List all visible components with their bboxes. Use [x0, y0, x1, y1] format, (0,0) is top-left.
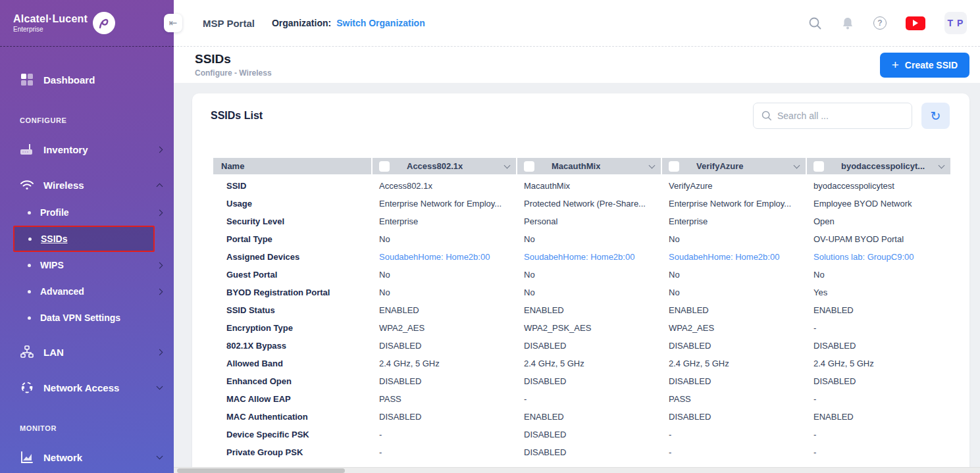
cell-value: ENABLED: [662, 305, 806, 315]
sidebar-item-ssids[interactable]: SSIDs: [13, 226, 155, 252]
bullet-icon: [28, 316, 31, 320]
create-ssid-label: Create SSID: [905, 60, 958, 70]
chevron-right-icon: [157, 349, 163, 355]
cell-value: -: [662, 447, 806, 457]
sidebar-item-lan[interactable]: LAN: [0, 337, 174, 366]
column-label: VerifyAzure: [696, 161, 744, 171]
cell-value: ENABLED: [807, 412, 950, 422]
youtube-icon[interactable]: [906, 16, 925, 30]
row-label: 802.1X Bypass: [213, 341, 371, 351]
app-window: Alcatel·Lucent Enterprise: [0, 0, 980, 473]
ssids-list-card: SSIDs List Name Access802.1x: [192, 93, 969, 473]
sidebar-collapse-button[interactable]: [164, 14, 182, 32]
assigned-device-link[interactable]: SoudabehHome: Home2b:00: [373, 252, 516, 262]
cell-value: Enterprise: [373, 216, 516, 226]
row-label: Private Group PSK: [213, 447, 371, 457]
table-row: Allowed Band 2.4 GHz, 5 GHz2.4 GHz, 5 GH…: [213, 355, 969, 372]
ssid-column-header[interactable]: byodaccesspolicyt...: [807, 158, 950, 174]
assigned-device-link[interactable]: SoudabehHome: Home2b:00: [517, 252, 661, 262]
sidebar-item-wireless[interactable]: Wireless: [0, 170, 174, 199]
chevron-right-icon: [157, 146, 163, 153]
cell-value: WPA2_AES: [373, 323, 516, 333]
ssid-column-header[interactable]: Access802.1x: [373, 158, 516, 174]
row-label: Allowed Band: [213, 359, 371, 368]
chevron-right-icon: [157, 288, 163, 295]
cell-value: No: [807, 270, 950, 280]
cell-value: No: [517, 270, 661, 280]
sidebar-item-label: Profile: [40, 207, 69, 218]
search-icon[interactable]: [808, 16, 822, 30]
refresh-button[interactable]: [921, 103, 950, 129]
cell-value: DISABLED: [373, 412, 516, 422]
cell-value: No: [517, 287, 661, 297]
table-header-row: Name Access802.1x MacauthMix VerifyAzure…: [213, 158, 969, 174]
brand-logo: Alcatel·Lucent Enterprise: [0, 0, 174, 47]
cell-value: 2.4 GHz, 5 GHz: [662, 359, 806, 368]
row-label: Portal Type: [213, 234, 371, 244]
row-label: Guest Portal: [213, 270, 371, 280]
row-label: Assigned Devices: [213, 252, 371, 262]
column-checkbox[interactable]: [669, 161, 679, 172]
scrollbar-thumb[interactable]: [177, 468, 345, 473]
cell-value: No: [662, 234, 806, 244]
cell-value: Enterprise Network for Employ...: [662, 199, 806, 209]
sidebar-item-label: Inventory: [43, 144, 88, 155]
card-title: SSIDs List: [211, 110, 263, 122]
table-row: Enhanced Open DISABLEDDISABLEDDISABLEDDI…: [213, 372, 969, 390]
sidebar-item-label: Data VPN Settings: [40, 312, 120, 323]
ssid-column-header[interactable]: MacauthMix: [517, 158, 661, 174]
cell-value: ENABLED: [373, 305, 516, 315]
cell-value: -: [807, 394, 950, 404]
row-label: Enhanced Open: [213, 376, 371, 386]
topbar: MSP Portal Organization: Switch Organiza…: [174, 0, 980, 47]
cell-value: No: [662, 270, 806, 280]
cell-value: -: [662, 430, 806, 439]
assigned-device-link[interactable]: SoudabehHome: Home2b:00: [662, 252, 806, 262]
assigned-device-link[interactable]: Solutions lab: GroupC9:00: [807, 252, 950, 262]
brand-title: Alcatel·Lucent: [13, 13, 88, 25]
column-checkbox[interactable]: [813, 161, 824, 172]
ssids-table: Name Access802.1x MacauthMix VerifyAzure…: [192, 137, 969, 473]
breadcrumb: Configure - Wireless: [195, 68, 272, 78]
chevron-down-icon[interactable]: [939, 162, 945, 168]
sidebar-item-data-vpn-settings[interactable]: Data VPN Settings: [0, 305, 174, 331]
column-checkbox[interactable]: [524, 161, 534, 172]
horizontal-scrollbar[interactable]: [174, 467, 980, 473]
portal-title: MSP Portal: [203, 18, 255, 29]
sidebar-item-network-access[interactable]: Network Access: [0, 373, 174, 402]
organization-label: Organization:: [272, 18, 331, 28]
page-header: SSIDs Configure - Wireless Create SSID: [174, 47, 980, 83]
column-checkbox[interactable]: [379, 161, 390, 172]
sidebar-item-network[interactable]: Network: [0, 443, 174, 472]
sidebar-item-profile[interactable]: Profile: [0, 199, 174, 226]
notifications-bell-icon[interactable]: [841, 16, 854, 30]
help-icon[interactable]: [873, 16, 887, 30]
create-ssid-button[interactable]: Create SSID: [880, 53, 969, 78]
row-label: Device Specific PSK: [213, 430, 371, 439]
search-input[interactable]: [777, 111, 904, 121]
user-avatar[interactable]: T P: [944, 12, 967, 34]
table-row: BYOD Registration Portal NoNoNoYes: [213, 284, 969, 301]
cell-value: Access802.1x: [373, 181, 516, 191]
cell-value: PASS: [662, 394, 806, 404]
table-row: SSID Access802.1xMacauthMixVerifyAzureby…: [213, 177, 969, 195]
sidebar-item-dashboard[interactable]: Dashboard: [0, 65, 174, 94]
cell-value: Enterprise: [662, 216, 806, 226]
ssid-column-header[interactable]: VerifyAzure: [662, 158, 806, 174]
chevron-down-icon[interactable]: [504, 162, 511, 168]
cell-value: No: [373, 270, 516, 280]
sidebar-item-label: WIPS: [40, 260, 64, 270]
switch-organization-link[interactable]: Switch Organization: [336, 18, 425, 28]
sidebar-item-wips[interactable]: WIPS: [0, 252, 174, 278]
cell-value: DISABLED: [517, 447, 661, 457]
chevron-down-icon[interactable]: [649, 162, 656, 168]
table-body: SSID Access802.1xMacauthMixVerifyAzureby…: [213, 177, 969, 473]
cell-value: DISABLED: [807, 341, 950, 351]
sidebar-item-label: Network: [43, 452, 82, 463]
row-label: SSID Status: [213, 305, 371, 315]
sidebar-item-advanced[interactable]: Advanced: [0, 278, 174, 305]
search-box: [753, 103, 912, 129]
chevron-down-icon[interactable]: [794, 162, 800, 168]
sidebar-item-inventory[interactable]: Inventory: [0, 135, 174, 164]
network-access-icon: [20, 380, 34, 395]
